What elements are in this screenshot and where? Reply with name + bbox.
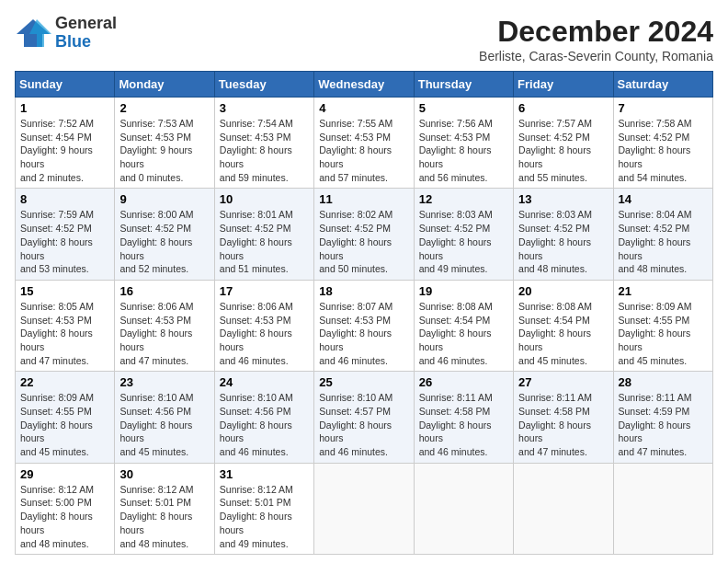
calendar-cell: 15Sunrise: 8:05 AMSunset: 4:53 PMDayligh… [16, 280, 115, 371]
day-number: 1 [20, 101, 109, 115]
day-number: 20 [518, 284, 608, 298]
month-title: December 2024 [479, 15, 713, 49]
calendar-cell: 25Sunrise: 8:10 AMSunset: 4:57 PMDayligh… [314, 372, 414, 463]
day-info: Sunrise: 8:11 AMSunset: 4:58 PMDaylight:… [518, 391, 608, 458]
calendar-cell: 9Sunrise: 8:00 AMSunset: 4:52 PMDaylight… [115, 189, 214, 280]
day-number: 30 [119, 467, 209, 481]
day-info: Sunrise: 8:06 AMSunset: 4:53 PMDaylight:… [220, 300, 309, 367]
weekday-header-friday: Friday [514, 72, 613, 98]
calendar-table: SundayMondayTuesdayWednesdayThursdayFrid… [15, 71, 713, 555]
calendar-cell: 30Sunrise: 8:12 AMSunset: 5:01 PMDayligh… [115, 463, 214, 554]
day-number: 13 [518, 192, 608, 206]
calendar-cell: 14Sunrise: 8:04 AMSunset: 4:52 PMDayligh… [613, 189, 712, 280]
day-info: Sunrise: 8:12 AMSunset: 5:01 PMDaylight:… [119, 483, 209, 550]
calendar-cell: 8Sunrise: 7:59 AMSunset: 4:52 PMDaylight… [16, 189, 115, 280]
calendar-week-4: 22Sunrise: 8:09 AMSunset: 4:55 PMDayligh… [16, 372, 713, 463]
day-number: 17 [220, 284, 309, 298]
weekday-header-wednesday: Wednesday [314, 72, 414, 98]
day-number: 28 [619, 375, 708, 389]
calendar-cell: 29Sunrise: 8:12 AMSunset: 5:00 PMDayligh… [16, 463, 115, 554]
calendar-cell: 24Sunrise: 8:10 AMSunset: 4:56 PMDayligh… [214, 372, 313, 463]
day-info: Sunrise: 8:08 AMSunset: 4:54 PMDaylight:… [518, 300, 608, 367]
day-number: 23 [119, 375, 209, 389]
day-info: Sunrise: 8:12 AMSunset: 5:00 PMDaylight:… [20, 483, 109, 550]
calendar-cell: 23Sunrise: 8:10 AMSunset: 4:56 PMDayligh… [115, 372, 214, 463]
calendar-cell: 2Sunrise: 7:53 AMSunset: 4:53 PMDaylight… [115, 98, 214, 189]
day-info: Sunrise: 8:01 AMSunset: 4:52 PMDaylight:… [220, 208, 309, 275]
day-info: Sunrise: 7:56 AMSunset: 4:53 PMDaylight:… [419, 117, 508, 184]
day-info: Sunrise: 8:04 AMSunset: 4:52 PMDaylight:… [619, 208, 708, 275]
calendar-cell: 20Sunrise: 8:08 AMSunset: 4:54 PMDayligh… [514, 280, 613, 371]
day-info: Sunrise: 7:55 AMSunset: 4:53 PMDaylight:… [319, 117, 408, 184]
calendar-cell: 27Sunrise: 8:11 AMSunset: 4:58 PMDayligh… [514, 372, 613, 463]
day-number: 15 [20, 284, 109, 298]
day-number: 10 [220, 192, 309, 206]
day-number: 19 [419, 284, 508, 298]
day-info: Sunrise: 7:59 AMSunset: 4:52 PMDaylight:… [20, 208, 109, 275]
day-info: Sunrise: 8:06 AMSunset: 4:53 PMDaylight:… [119, 300, 209, 367]
weekday-header-monday: Monday [115, 72, 214, 98]
day-number: 25 [319, 375, 408, 389]
day-info: Sunrise: 7:53 AMSunset: 4:53 PMDaylight:… [119, 117, 209, 184]
day-number: 12 [419, 192, 508, 206]
calendar-cell: 4Sunrise: 7:55 AMSunset: 4:53 PMDaylight… [314, 98, 414, 189]
header: General Blue December 2024 Berliste, Car… [15, 15, 713, 63]
day-info: Sunrise: 7:57 AMSunset: 4:52 PMDaylight:… [518, 117, 608, 184]
day-number: 2 [119, 101, 209, 115]
day-number: 16 [119, 284, 209, 298]
calendar-cell: 10Sunrise: 8:01 AMSunset: 4:52 PMDayligh… [214, 189, 313, 280]
calendar-cell: 28Sunrise: 8:11 AMSunset: 4:59 PMDayligh… [613, 372, 712, 463]
calendar-cell: 3Sunrise: 7:54 AMSunset: 4:53 PMDaylight… [214, 98, 313, 189]
calendar-week-3: 15Sunrise: 8:05 AMSunset: 4:53 PMDayligh… [16, 280, 713, 371]
day-info: Sunrise: 8:07 AMSunset: 4:53 PMDaylight:… [319, 300, 408, 367]
calendar-cell: 6Sunrise: 7:57 AMSunset: 4:52 PMDaylight… [514, 98, 613, 189]
day-number: 31 [220, 467, 309, 481]
weekday-header-row: SundayMondayTuesdayWednesdayThursdayFrid… [16, 72, 713, 98]
day-number: 26 [419, 375, 508, 389]
day-number: 3 [220, 101, 309, 115]
calendar-cell [414, 463, 513, 554]
day-info: Sunrise: 7:58 AMSunset: 4:52 PMDaylight:… [619, 117, 708, 184]
location-subtitle: Berliste, Caras-Severin County, Romania [479, 49, 713, 63]
day-info: Sunrise: 8:03 AMSunset: 4:52 PMDaylight:… [518, 208, 608, 275]
title-area: December 2024 Berliste, Caras-Severin Co… [479, 15, 713, 63]
calendar-cell: 21Sunrise: 8:09 AMSunset: 4:55 PMDayligh… [613, 280, 712, 371]
calendar-week-2: 8Sunrise: 7:59 AMSunset: 4:52 PMDaylight… [16, 189, 713, 280]
logo-text: General Blue [55, 15, 117, 52]
day-number: 8 [20, 192, 109, 206]
calendar-cell: 5Sunrise: 7:56 AMSunset: 4:53 PMDaylight… [414, 98, 513, 189]
day-info: Sunrise: 8:10 AMSunset: 4:57 PMDaylight:… [319, 391, 408, 458]
calendar-cell: 31Sunrise: 8:12 AMSunset: 5:01 PMDayligh… [214, 463, 313, 554]
logo: General Blue [15, 15, 117, 52]
day-number: 4 [319, 101, 408, 115]
day-number: 22 [20, 375, 109, 389]
day-number: 7 [619, 101, 708, 115]
day-number: 9 [119, 192, 209, 206]
day-info: Sunrise: 8:11 AMSunset: 4:58 PMDaylight:… [419, 391, 508, 458]
day-info: Sunrise: 8:12 AMSunset: 5:01 PMDaylight:… [220, 483, 309, 550]
calendar-cell: 17Sunrise: 8:06 AMSunset: 4:53 PMDayligh… [214, 280, 313, 371]
day-info: Sunrise: 8:11 AMSunset: 4:59 PMDaylight:… [619, 391, 708, 458]
calendar-cell [613, 463, 712, 554]
day-number: 14 [619, 192, 708, 206]
weekday-header-tuesday: Tuesday [214, 72, 313, 98]
weekday-header-saturday: Saturday [613, 72, 712, 98]
weekday-header-sunday: Sunday [16, 72, 115, 98]
calendar-cell: 1Sunrise: 7:52 AMSunset: 4:54 PMDaylight… [16, 98, 115, 189]
calendar-cell: 7Sunrise: 7:58 AMSunset: 4:52 PMDaylight… [613, 98, 712, 189]
day-info: Sunrise: 8:02 AMSunset: 4:52 PMDaylight:… [319, 208, 408, 275]
day-info: Sunrise: 8:09 AMSunset: 4:55 PMDaylight:… [619, 300, 708, 367]
day-info: Sunrise: 7:52 AMSunset: 4:54 PMDaylight:… [20, 117, 109, 184]
day-info: Sunrise: 8:05 AMSunset: 4:53 PMDaylight:… [20, 300, 109, 367]
calendar-cell [514, 463, 613, 554]
day-number: 5 [419, 101, 508, 115]
calendar-cell: 26Sunrise: 8:11 AMSunset: 4:58 PMDayligh… [414, 372, 513, 463]
day-number: 18 [319, 284, 408, 298]
calendar-cell: 11Sunrise: 8:02 AMSunset: 4:52 PMDayligh… [314, 189, 414, 280]
calendar-cell: 22Sunrise: 8:09 AMSunset: 4:55 PMDayligh… [16, 372, 115, 463]
day-info: Sunrise: 8:08 AMSunset: 4:54 PMDaylight:… [419, 300, 508, 367]
day-info: Sunrise: 7:54 AMSunset: 4:53 PMDaylight:… [220, 117, 309, 184]
calendar-cell: 19Sunrise: 8:08 AMSunset: 4:54 PMDayligh… [414, 280, 513, 371]
day-number: 27 [518, 375, 608, 389]
day-info: Sunrise: 8:10 AMSunset: 4:56 PMDaylight:… [119, 391, 209, 458]
